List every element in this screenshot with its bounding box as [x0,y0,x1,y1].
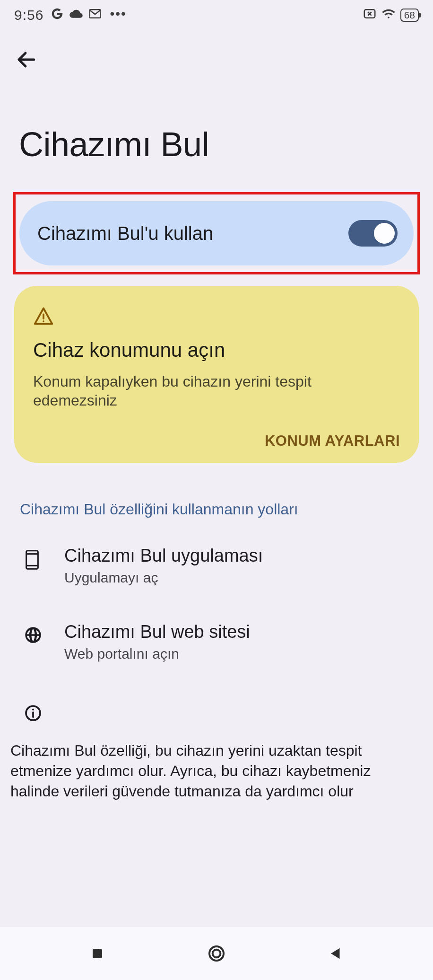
system-nav-bar [0,927,433,980]
phone-icon [24,549,43,568]
back-button[interactable] [14,47,39,72]
status-clock: 9:56 [14,7,43,23]
way-web-row[interactable]: Cihazımı Bul web sitesi Web portalını aç… [0,604,433,680]
footer-description: Cihazımı Bul özelliği, bu cihazın yerini… [0,733,433,802]
warning-icon [33,306,400,328]
svg-rect-11 [93,949,102,958]
way-app-sub: Uygulamayı aç [64,570,263,586]
way-web-title: Cihazımı Bul web sitesi [64,622,250,642]
svg-point-12 [209,946,224,961]
way-web-texts: Cihazımı Bul web sitesi Web portalını aç… [64,622,250,662]
nav-back-button[interactable] [321,939,350,968]
page-title: Cihazımı Bul [0,78,433,192]
status-left: 9:56 ••• [14,7,127,24]
location-warning-card: Cihaz konumunu açın Konum kapalıyken bu … [14,286,419,463]
toggle-switch[interactable] [348,220,398,247]
ways-section-heading: Cihazımı Bul özelliğini kullanmanın yoll… [0,463,433,528]
svg-point-4 [43,320,44,322]
location-settings-button[interactable]: KONUM AYARLARI [33,433,400,450]
app-bar [0,30,433,78]
warning-body: Konum kapalıyken bu cihazın yerini tespi… [33,372,363,410]
globe-icon [24,626,43,645]
svg-point-13 [213,950,221,958]
way-app-title: Cihazımı Bul uygulaması [64,546,263,566]
google-g-icon [50,7,64,24]
home-button[interactable] [202,939,231,968]
status-bar: 9:56 ••• 68 [0,0,433,30]
sim-missing-icon [363,7,377,24]
warning-title: Cihaz konumunu açın [33,339,400,362]
battery-level: 68 [404,9,415,20]
way-app-row[interactable]: Cihazımı Bul uygulaması Uygulamayı aç [0,528,433,604]
annotation-highlight: Cihazımı Bul'u kullan [13,192,420,274]
toggle-label: Cihazımı Bul'u kullan [37,223,213,244]
status-right: 68 [363,7,419,24]
use-find-my-device-toggle-row[interactable]: Cihazımı Bul'u kullan [19,201,414,265]
gmail-icon [88,7,102,24]
svg-point-10 [32,709,34,711]
wifi-icon [381,7,396,24]
way-app-texts: Cihazımı Bul uygulaması Uygulamayı aç [64,546,263,586]
recents-button[interactable] [83,939,112,968]
way-web-sub: Web portalını açın [64,646,250,662]
battery-indicator: 68 [400,9,419,22]
cloud-icon [69,7,83,24]
toggle-switch-knob [374,223,395,244]
info-icon [0,680,433,733]
more-notifications-icon: ••• [110,6,126,21]
